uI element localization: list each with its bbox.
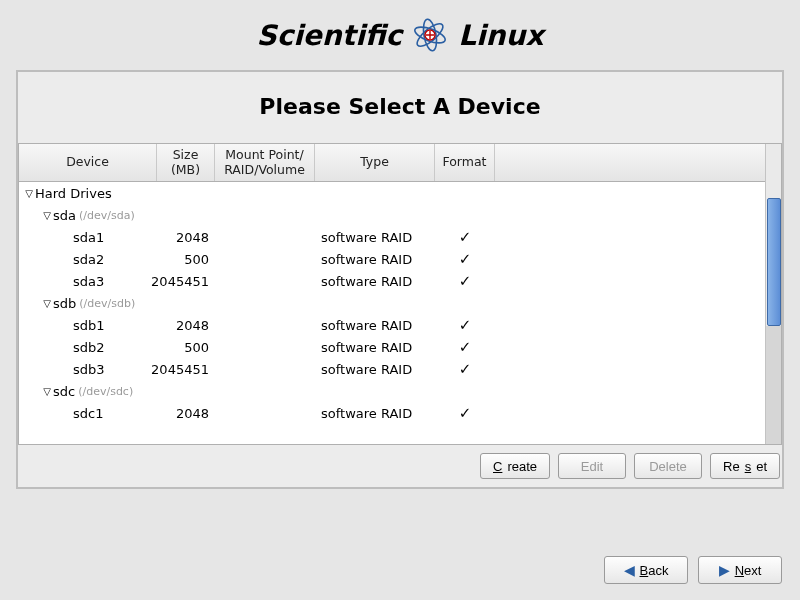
back-button[interactable]: ◀ Back <box>604 556 688 584</box>
delete-button[interactable]: Delete <box>634 453 702 479</box>
create-button[interactable]: Create <box>480 453 550 479</box>
next-button[interactable]: ▶ Next <box>698 556 782 584</box>
expand-icon[interactable]: ▽ <box>41 210 53 221</box>
table-row[interactable]: sda32045451software RAID✓ <box>19 270 765 292</box>
arrow-right-icon: ▶ <box>719 563 730 577</box>
atom-icon <box>410 15 450 55</box>
check-icon: ✓ <box>459 228 472 246</box>
table-row[interactable]: ▽ sdc(/dev/sdc) <box>19 380 765 402</box>
table-body[interactable]: ▽ Hard Drives▽ sda(/dev/sda) sda12048sof… <box>19 182 765 424</box>
col-mount[interactable]: Mount Point/ RAID/Volume <box>215 144 315 181</box>
check-icon: ✓ <box>459 360 472 378</box>
edit-button[interactable]: Edit <box>558 453 626 479</box>
table-row[interactable]: sdc12048software RAID✓ <box>19 402 765 424</box>
panel-title: Please Select A Device <box>18 72 782 143</box>
table-row[interactable]: sdb12048software RAID✓ <box>19 314 765 336</box>
expand-icon[interactable]: ▽ <box>41 298 53 309</box>
check-icon: ✓ <box>459 404 472 422</box>
expand-icon[interactable]: ▽ <box>41 386 53 397</box>
check-icon: ✓ <box>459 250 472 268</box>
col-size[interactable]: Size (MB) <box>157 144 215 181</box>
reset-button[interactable]: Reset <box>710 453 780 479</box>
device-panel: Please Select A Device Device Size (MB) … <box>16 70 784 489</box>
col-type[interactable]: Type <box>315 144 435 181</box>
scrollbar-thumb[interactable] <box>767 198 781 326</box>
logo-word-2: Linux <box>458 19 543 52</box>
nav-button-row: ◀ Back ▶ Next <box>604 556 782 584</box>
check-icon: ✓ <box>459 316 472 334</box>
table-row[interactable]: ▽ sda(/dev/sda) <box>19 204 765 226</box>
col-device[interactable]: Device <box>19 144 157 181</box>
device-table: Device Size (MB) Mount Point/ RAID/Volum… <box>18 143 782 445</box>
table-row[interactable]: ▽ Hard Drives <box>19 182 765 204</box>
expand-icon[interactable]: ▽ <box>23 188 35 199</box>
action-button-row: Create Edit Delete Reset <box>18 445 782 487</box>
table-row[interactable]: sdb32045451software RAID✓ <box>19 358 765 380</box>
table-header: Device Size (MB) Mount Point/ RAID/Volum… <box>19 144 765 182</box>
scrollbar[interactable] <box>765 144 781 444</box>
arrow-left-icon: ◀ <box>624 563 635 577</box>
table-row[interactable]: sda12048software RAID✓ <box>19 226 765 248</box>
table-row[interactable]: sdb2500software RAID✓ <box>19 336 765 358</box>
table-row[interactable]: sda2500software RAID✓ <box>19 248 765 270</box>
check-icon: ✓ <box>459 272 472 290</box>
check-icon: ✓ <box>459 338 472 356</box>
col-format[interactable]: Format <box>435 144 495 181</box>
table-row[interactable]: ▽ sdb(/dev/sdb) <box>19 292 765 314</box>
header-logo: Scientific Linux <box>0 0 800 70</box>
logo-word-1: Scientific <box>257 19 403 52</box>
